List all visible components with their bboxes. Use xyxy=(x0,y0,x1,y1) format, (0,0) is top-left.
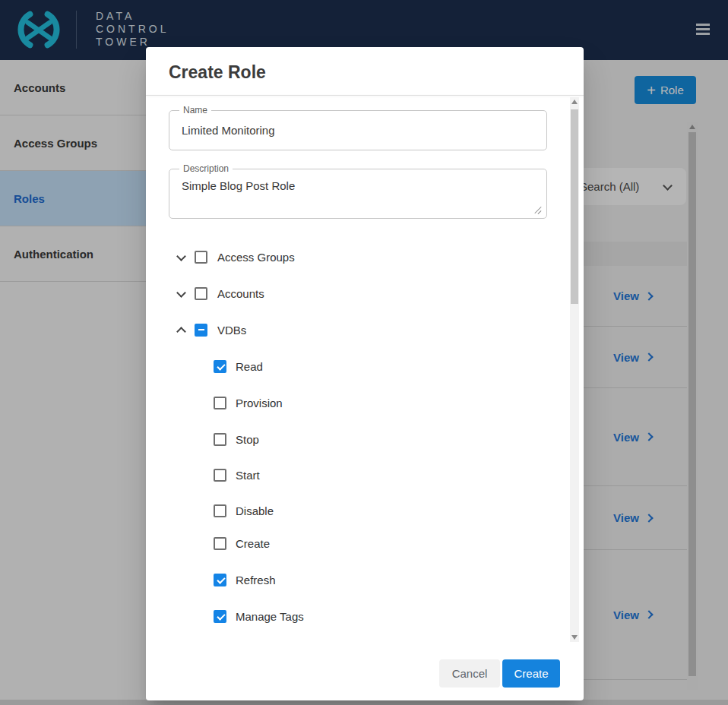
start-checkbox[interactable] xyxy=(214,469,226,482)
description-field-value: Simple Blog Post Role xyxy=(182,179,295,192)
tree-item-stop[interactable]: Stop xyxy=(214,430,259,448)
tree-item-provision[interactable]: Provision xyxy=(214,394,283,412)
tree-item-label: VDBs xyxy=(217,324,246,337)
stop-checkbox[interactable] xyxy=(214,433,226,446)
expand-chevron-down-icon[interactable] xyxy=(176,288,186,298)
tree-item-create[interactable]: Create xyxy=(214,534,270,552)
disable-checkbox[interactable] xyxy=(214,504,226,517)
tree-item-vdbs[interactable]: VDBs xyxy=(178,321,246,339)
tree-item-label: Disable xyxy=(236,504,274,517)
tree-item-label: Create xyxy=(236,537,270,550)
access-groups-checkbox[interactable] xyxy=(195,251,207,264)
provision-checkbox[interactable] xyxy=(214,397,226,409)
description-field[interactable]: Description Simple Blog Post Role xyxy=(169,169,547,219)
tree-item-label: Access Groups xyxy=(217,251,295,264)
name-field-label: Name xyxy=(179,105,211,115)
create-role-dialog: Create Role Name Limited Monitoring Desc… xyxy=(146,47,584,700)
name-field-value: Limited Monitoring xyxy=(182,124,275,137)
tree-item-label: Read xyxy=(236,360,263,373)
expand-chevron-down-icon[interactable] xyxy=(176,251,186,261)
collapse-chevron-up-icon[interactable] xyxy=(176,327,186,337)
tree-item-disable[interactable]: Disable xyxy=(214,501,274,520)
name-field[interactable]: Name Limited Monitoring xyxy=(169,110,547,150)
tree-item-manage-tags[interactable]: Manage Tags xyxy=(214,607,304,625)
read-checkbox[interactable] xyxy=(214,360,226,373)
textarea-resize-icon[interactable] xyxy=(534,206,543,214)
dialog-title: Create Role xyxy=(169,62,266,83)
dialog-header-divider xyxy=(146,95,584,96)
tree-item-accounts[interactable]: Accounts xyxy=(178,284,264,302)
refresh-checkbox[interactable] xyxy=(214,574,226,586)
accounts-checkbox[interactable] xyxy=(195,287,207,300)
tree-item-label: Refresh xyxy=(236,574,276,586)
tree-item-refresh[interactable]: Refresh xyxy=(214,571,276,589)
manage-tags-checkbox[interactable] xyxy=(214,610,226,623)
tree-item-read[interactable]: Read xyxy=(214,357,263,375)
tree-item-start[interactable]: Start xyxy=(214,466,260,484)
tree-item-label: Provision xyxy=(236,397,283,409)
tree-item-access-groups[interactable]: Access Groups xyxy=(178,248,295,266)
dialog-scrollbar-thumb[interactable] xyxy=(571,109,578,304)
dialog-scrollbar[interactable] xyxy=(570,97,579,642)
description-field-label: Description xyxy=(179,163,233,174)
tree-item-label: Stop xyxy=(236,433,259,446)
tree-item-label: Accounts xyxy=(217,287,264,300)
cancel-button[interactable]: Cancel xyxy=(439,659,500,688)
create-checkbox[interactable] xyxy=(214,537,226,550)
vdbs-checkbox[interactable] xyxy=(195,324,207,337)
scroll-down-icon[interactable] xyxy=(571,635,578,640)
scroll-up-icon[interactable] xyxy=(571,100,578,104)
tree-item-label: Manage Tags xyxy=(236,610,304,623)
create-button[interactable]: Create xyxy=(502,659,560,688)
dialog-footer: Cancel Create xyxy=(146,659,584,700)
tree-item-label: Start xyxy=(236,469,260,482)
